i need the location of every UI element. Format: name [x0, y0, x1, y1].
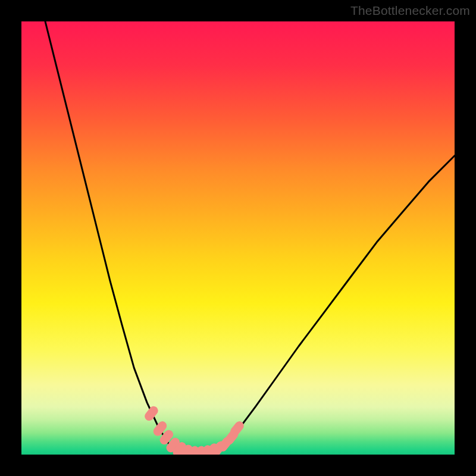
bead-marker [149, 411, 154, 416]
watermark-text: TheBottlenecker.com [350, 4, 470, 18]
bead-marker [164, 434, 168, 440]
bead-marker [235, 426, 239, 431]
chart-frame: TheBottlenecker.com [0, 0, 476, 476]
curve-right-curve [221, 156, 455, 448]
bead-marker [158, 426, 162, 431]
bead-marker [171, 442, 175, 447]
curves-layer [21, 21, 455, 455]
curve-left-curve [45, 21, 177, 450]
plot-area [21, 21, 455, 455]
